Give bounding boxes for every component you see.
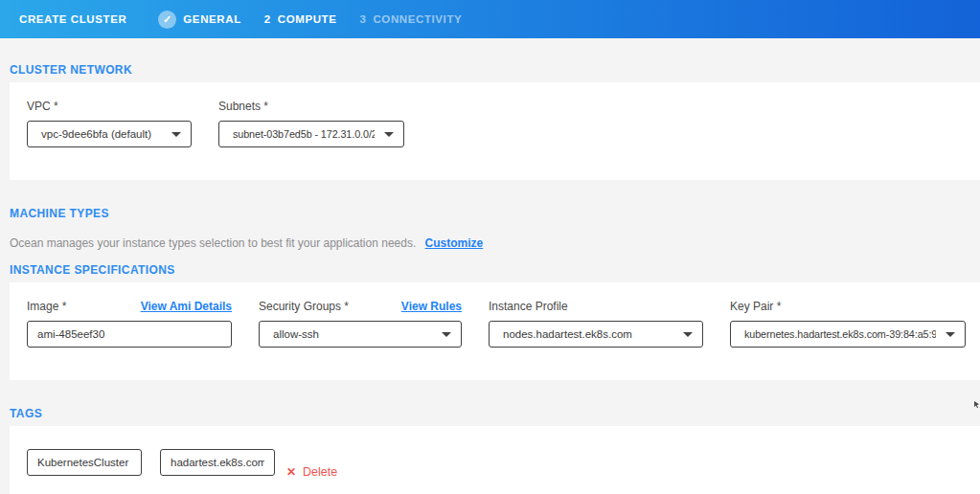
security-groups-field: Security Groups * View Rules allow-ssh	[259, 300, 462, 380]
page-content: CLUSTER NETWORK VPC * vpc-9dee6bfa (defa…	[0, 63, 980, 494]
cluster-network-card: VPC * vpc-9dee6bfa (default) Subnets * s…	[10, 82, 980, 180]
subnets-dropdown-value: subnet-03b7ed5b - 172.31.0.0/20 ...	[229, 128, 375, 140]
tag-value-input[interactable]	[160, 449, 275, 476]
machine-types-description: Ocean manages your instance types select…	[10, 236, 980, 250]
chevron-down-icon	[683, 332, 693, 337]
tab-general[interactable]: ✓ GENERAL	[158, 11, 240, 29]
tab-compute-number: 2	[264, 13, 271, 25]
vpc-dropdown[interactable]: vpc-9dee6bfa (default)	[27, 121, 192, 147]
image-input[interactable]	[27, 321, 232, 348]
tab-connectivity-label: CONNECTIVITY	[373, 13, 462, 25]
machine-types-description-text: Ocean manages your instance types select…	[10, 236, 416, 250]
instance-specifications-card: Image * View Ami Details Security Groups…	[10, 282, 980, 380]
view-ami-details-link[interactable]: View Ami Details	[141, 300, 232, 313]
wizard-header: CREATE CLUSTER ✓ GENERAL 2 COMPUTE 3 CON…	[0, 0, 980, 38]
chevron-down-icon	[384, 132, 394, 137]
check-icon: ✓	[158, 11, 176, 29]
tags-heading: TAGS	[10, 407, 980, 420]
image-field: Image * View Ami Details	[27, 300, 232, 380]
instance-profile-dropdown-value: nodes.hadartest.ek8s.com	[499, 328, 632, 340]
tags-card: ✕ Delete	[10, 426, 980, 494]
wizard-title: CREATE CLUSTER	[19, 13, 126, 25]
chevron-down-icon	[442, 332, 451, 337]
view-rules-link[interactable]: View Rules	[401, 300, 462, 313]
delete-tag-button[interactable]: ✕ Delete	[286, 465, 337, 479]
security-groups-dropdown[interactable]: allow-ssh	[259, 321, 462, 348]
vpc-label: VPC *	[27, 100, 192, 113]
machine-types-heading: MACHINE TYPES	[10, 207, 980, 220]
instance-profile-dropdown[interactable]: nodes.hadartest.ek8s.com	[489, 321, 703, 348]
customize-link[interactable]: Customize	[425, 236, 484, 250]
tab-connectivity-number: 3	[359, 13, 366, 25]
cluster-network-heading: CLUSTER NETWORK	[10, 63, 980, 77]
delete-x-icon: ✕	[286, 465, 296, 479]
tag-key-wrap	[27, 449, 142, 476]
key-pair-dropdown-value: kubernetes.hadartest.ek8s.com-39:84:a5:9…	[741, 328, 936, 340]
instance-profile-field: Instance Profile nodes.hadartest.ek8s.co…	[489, 300, 703, 380]
subnets-label: Subnets *	[218, 100, 404, 113]
subnets-field: Subnets * subnet-03b7ed5b - 172.31.0.0/2…	[218, 100, 404, 180]
key-pair-dropdown[interactable]: kubernetes.hadartest.ek8s.com-39:84:a5:9…	[730, 321, 966, 348]
tab-connectivity[interactable]: 3 CONNECTIVITY	[359, 13, 462, 25]
tab-compute[interactable]: 2 COMPUTE	[264, 13, 337, 25]
instance-specifications-heading: INSTANCE SPECIFICATIONS	[10, 263, 980, 277]
check-glyph: ✓	[163, 13, 172, 26]
vpc-dropdown-value: vpc-9dee6bfa (default)	[37, 128, 151, 140]
chevron-down-icon	[171, 132, 181, 137]
key-pair-label: Key Pair *	[730, 300, 966, 313]
tag-key-input[interactable]	[27, 449, 142, 476]
security-groups-dropdown-value: allow-ssh	[269, 328, 319, 340]
tab-compute-label: COMPUTE	[278, 13, 337, 25]
wizard-steps: ✓ GENERAL 2 COMPUTE 3 CONNECTIVITY	[158, 11, 462, 29]
key-pair-field: Key Pair * kubernetes.hadartest.ek8s.com…	[730, 300, 966, 380]
security-groups-label: Security Groups *	[259, 300, 349, 313]
instance-profile-label: Instance Profile	[489, 300, 703, 313]
chevron-down-icon	[946, 332, 955, 337]
vpc-field: VPC * vpc-9dee6bfa (default)	[27, 100, 192, 180]
delete-tag-label: Delete	[303, 465, 337, 479]
subnets-dropdown[interactable]: subnet-03b7ed5b - 172.31.0.0/20 ...	[218, 121, 404, 147]
tab-general-label: GENERAL	[183, 13, 240, 25]
image-label: Image *	[27, 300, 66, 313]
tag-value-wrap	[160, 449, 275, 476]
